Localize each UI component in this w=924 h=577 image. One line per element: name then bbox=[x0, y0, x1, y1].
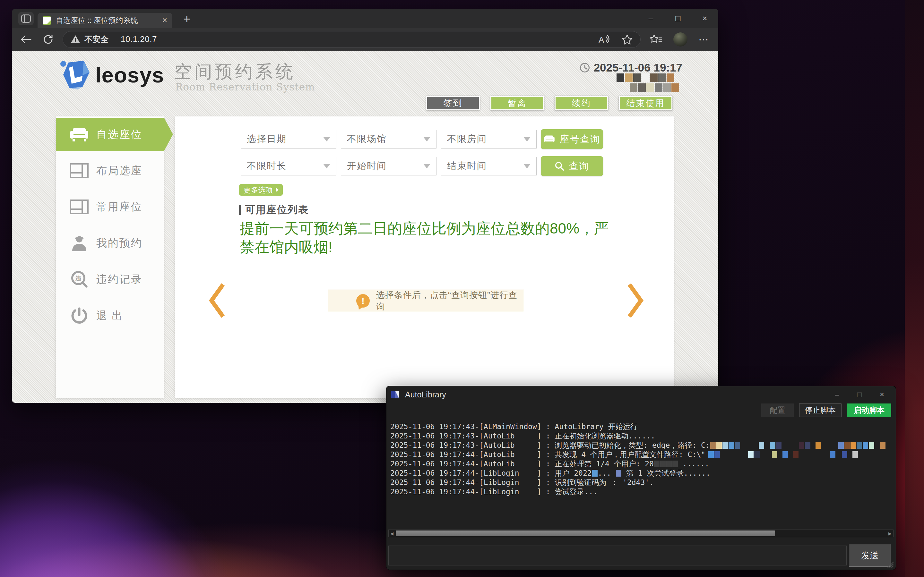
send-button[interactable]: 发送 bbox=[849, 544, 891, 567]
dropdown-value: 不限场馆 bbox=[347, 133, 387, 146]
tab-workspaces-button[interactable] bbox=[18, 12, 34, 25]
favorite-star-icon[interactable] bbox=[622, 34, 633, 45]
sidebar-item-layout-select[interactable]: 布局选座 bbox=[56, 154, 164, 187]
end-use-button[interactable]: 结束使用 bbox=[619, 96, 672, 110]
start-script-button[interactable]: 启动脚本 bbox=[847, 403, 891, 417]
carousel-left-icon[interactable] bbox=[208, 282, 226, 319]
console-log-line: 2025-11-06 19:17:44-[LibLogin ] : 尝试登录..… bbox=[390, 487, 886, 496]
tab-title: 自选座位 :: 座位预约系统 bbox=[56, 15, 159, 25]
search-icon bbox=[555, 161, 564, 171]
carousel-right-icon[interactable] bbox=[627, 282, 644, 319]
reservation-notice: 提前一天可预约第二日的座位比例为座位总数的80%，严禁在馆内吸烟! bbox=[240, 219, 617, 256]
redacted-block bbox=[772, 451, 777, 458]
tab-favicon-icon bbox=[43, 16, 51, 25]
sidebar-item-violation-records[interactable]: 违 违约记录 bbox=[56, 263, 164, 296]
section-title-row: 可用座位列表 bbox=[239, 203, 309, 216]
sidebar-item-self-select-seat[interactable]: 自选座位 bbox=[56, 118, 173, 151]
refresh-button[interactable] bbox=[43, 34, 53, 45]
query-button[interactable]: 查询 bbox=[541, 156, 603, 176]
room-dropdown[interactable]: 不限房间 bbox=[441, 130, 536, 148]
url-text[interactable]: 10.1.20.7 bbox=[121, 34, 157, 44]
browser-tab[interactable]: 自选座位 :: 座位预约系统 × bbox=[37, 13, 172, 28]
chevron-down-icon bbox=[523, 137, 530, 142]
button-label: 更多选项 bbox=[244, 185, 273, 195]
scroll-right-icon[interactable]: ▶ bbox=[887, 530, 893, 537]
console-close-button[interactable]: × bbox=[871, 386, 893, 403]
section-title: 可用座位列表 bbox=[245, 203, 309, 216]
more-options-button[interactable]: 更多选项 bbox=[239, 184, 283, 196]
pause-button[interactable]: 暂离 bbox=[490, 96, 544, 110]
tab-bar: 自选座位 :: 座位预约系统 × + – □ × bbox=[12, 9, 718, 28]
redacted-block bbox=[710, 442, 716, 449]
start-time-dropdown[interactable]: 开始时间 bbox=[341, 157, 436, 176]
redacted-block bbox=[630, 84, 637, 92]
select-date-dropdown[interactable]: 选择日期 bbox=[241, 130, 336, 148]
redacted-block bbox=[776, 442, 782, 449]
redacted-block bbox=[708, 451, 714, 458]
sidebar-item-my-reservations[interactable]: 我的预约 bbox=[56, 226, 164, 260]
duration-dropdown[interactable]: 不限时长 bbox=[241, 157, 336, 176]
window-close-button[interactable]: × bbox=[691, 9, 718, 28]
profile-avatar[interactable] bbox=[674, 32, 688, 47]
console-log[interactable]: 2025-11-06 19:17:43-[ALMainWindow] : Aut… bbox=[390, 422, 886, 496]
redacted-block bbox=[863, 442, 868, 449]
address-bar-actions: ⋯ bbox=[649, 32, 709, 47]
seat-number-query-button[interactable]: 座号查询 bbox=[541, 129, 603, 149]
redacted-block bbox=[880, 442, 885, 449]
scroll-left-icon[interactable]: ◀ bbox=[389, 530, 395, 537]
redacted-block bbox=[646, 84, 654, 92]
redacted-block bbox=[660, 461, 666, 467]
dropdown-value: 选择日期 bbox=[247, 133, 287, 146]
collections-icon[interactable] bbox=[649, 34, 662, 45]
console-window-controls: – □ × bbox=[826, 386, 893, 403]
console-title-bar[interactable]: AutoLibrary – □ × bbox=[386, 386, 896, 403]
venue-dropdown[interactable]: 不限场馆 bbox=[341, 130, 436, 148]
workspaces-icon bbox=[21, 15, 31, 23]
window-controls: – □ × bbox=[637, 9, 718, 28]
sidebar-item-logout[interactable]: 退 出 bbox=[56, 299, 164, 332]
check-in-button[interactable]: 签到 bbox=[426, 96, 480, 110]
new-tab-button[interactable]: + bbox=[179, 11, 195, 27]
config-button[interactable]: 配置 bbox=[761, 403, 794, 417]
console-input[interactable] bbox=[388, 546, 846, 566]
scrollbar-thumb[interactable] bbox=[396, 530, 775, 536]
alert-text: 选择条件后，点击“查询按钮”进行查询 bbox=[376, 289, 524, 313]
page-subtitle: Room Reservation System bbox=[175, 81, 315, 93]
chevron-down-icon bbox=[523, 164, 530, 168]
read-aloud-icon[interactable]: A bbox=[598, 34, 610, 45]
redacted-block bbox=[856, 442, 862, 449]
redacted-block bbox=[650, 73, 657, 82]
chevron-down-icon bbox=[423, 164, 430, 168]
tab-close-icon[interactable]: × bbox=[162, 15, 167, 25]
sidebar-item-frequent-seat[interactable]: 常用座位 bbox=[56, 190, 164, 224]
url-field[interactable]: 不安全 10.1.20.7 A bbox=[63, 31, 641, 48]
window-minimize-button[interactable]: – bbox=[637, 9, 664, 28]
sidebar-item-label: 退 出 bbox=[96, 309, 123, 323]
redacted-block bbox=[663, 84, 671, 92]
user-info-redacted bbox=[630, 84, 679, 92]
redacted-block bbox=[805, 442, 810, 449]
caret-right-icon bbox=[276, 188, 279, 192]
window-maximize-button[interactable]: □ bbox=[664, 9, 691, 28]
console-minimize-button[interactable]: – bbox=[826, 386, 848, 403]
horizontal-scrollbar[interactable]: ◀ ▶ bbox=[388, 530, 893, 537]
stop-script-button[interactable]: 停止脚本 bbox=[799, 403, 842, 417]
session-action-buttons: 签到 暂离 续约 结束使用 bbox=[426, 96, 672, 110]
layout-icon bbox=[69, 163, 89, 178]
timestamp-row: 2025-11-06 19:17 bbox=[580, 61, 682, 74]
autolibrary-app-icon bbox=[391, 390, 400, 399]
end-time-dropdown[interactable]: 结束时间 bbox=[441, 157, 536, 176]
browser-menu-icon[interactable]: ⋯ bbox=[698, 33, 709, 45]
redacted-block bbox=[799, 442, 804, 449]
redacted-block bbox=[816, 442, 821, 449]
redacted-block bbox=[851, 442, 856, 449]
resize-grip-icon[interactable] bbox=[887, 561, 894, 568]
redacted-block bbox=[838, 442, 844, 449]
security-label[interactable]: 不安全 bbox=[84, 34, 108, 45]
back-button[interactable] bbox=[20, 35, 32, 44]
console-maximize-button[interactable]: □ bbox=[848, 386, 871, 403]
address-bar: 不安全 10.1.20.7 A ⋯ bbox=[12, 28, 718, 51]
redacted-block bbox=[666, 461, 672, 467]
redacted-block bbox=[655, 84, 662, 92]
renew-button[interactable]: 续约 bbox=[555, 96, 608, 110]
